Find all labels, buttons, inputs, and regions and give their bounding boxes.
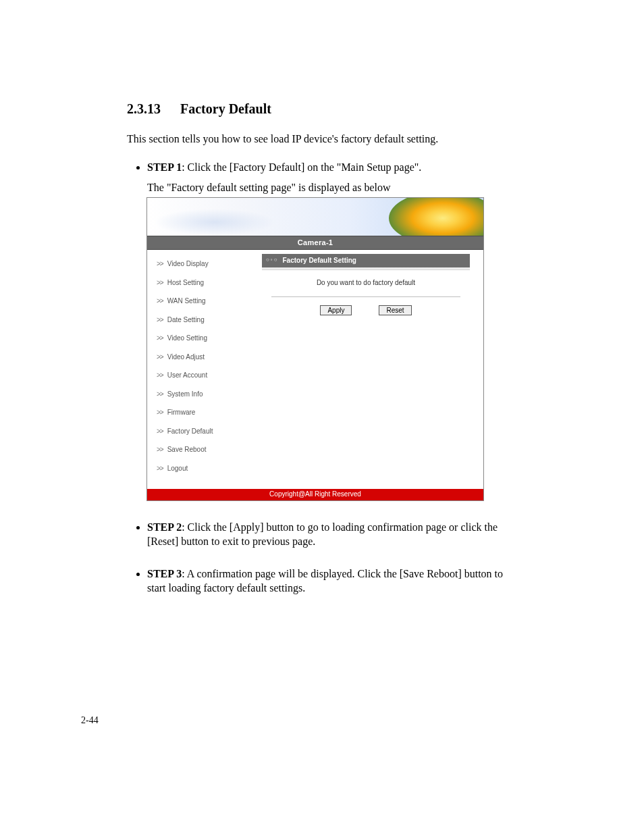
step-2-text: : Click the [Apply] button to go to load… <box>147 521 498 548</box>
panel-header: ○◦○ Factory Default Setting <box>262 254 470 267</box>
sidebar-item-user-account[interactable]: >>User Account <box>157 371 262 380</box>
sidebar-item-video-adjust[interactable]: >>Video Adjust <box>157 353 262 362</box>
reset-button[interactable]: Reset <box>379 305 411 315</box>
panel-title: Factory Default Setting <box>283 256 356 265</box>
horizontal-divider <box>271 296 460 297</box>
step-list: STEP 1: Click the [Factory Default] on t… <box>127 160 517 596</box>
copyright-footer: Copyright@All Right Reserved <box>147 489 483 500</box>
confirmation-prompt: Do you want to do factory default <box>269 278 463 288</box>
panel-body: Do you want to do factory default Apply … <box>262 270 470 324</box>
sidebar-item-save-reboot[interactable]: >>Save Reboot <box>157 445 262 454</box>
step-2-label: STEP 2 <box>147 521 182 533</box>
step-1-label: STEP 1 <box>147 161 182 173</box>
sidebar-item-label: Logout <box>167 465 188 472</box>
sidebar-item-label: WAN Setting <box>167 297 206 305</box>
sidebar-item-label: Factory Default <box>167 427 213 435</box>
sidebar-item-system-info[interactable]: >>System Info <box>157 390 262 399</box>
sidebar-item-video-setting[interactable]: >>Video Setting <box>157 334 262 343</box>
embedded-screenshot: Camera-1 >>Video Display >>Host Setting … <box>146 197 484 500</box>
section-heading: 2.3.13 Factory Default <box>127 101 517 117</box>
sidebar-item-label: User Account <box>167 371 207 379</box>
chevron-icon: >> <box>157 409 163 416</box>
sidebar-item-label: Firmware <box>167 409 196 416</box>
chevron-icon: >> <box>157 334 163 342</box>
sidebar-item-label: System Info <box>167 390 203 398</box>
step-1-text: : Click the [Factory Default] on the "Ma… <box>182 161 421 173</box>
section-number: 2.3.13 <box>127 101 161 117</box>
chevron-icon: >> <box>157 465 163 472</box>
screenshot-body: >>Video Display >>Host Setting >>WAN Set… <box>147 250 483 489</box>
camera-title-bar: Camera-1 <box>147 236 483 250</box>
chevron-icon: >> <box>157 260 163 267</box>
sidebar-item-label: Host Setting <box>167 279 204 286</box>
chevron-icon: >> <box>157 371 163 379</box>
chevron-icon: >> <box>157 427 163 435</box>
sidebar-item-date-setting[interactable]: >>Date Setting <box>157 315 262 325</box>
dots-icon: ○◦○ <box>266 257 279 264</box>
sidebar-item-label: Video Display <box>167 260 209 267</box>
sidebar-item-wan-setting[interactable]: >>WAN Setting <box>157 296 262 306</box>
step-1: STEP 1: Click the [Factory Default] on t… <box>147 160 517 501</box>
main-panel: ○◦○ Factory Default Setting Do you want … <box>262 250 483 489</box>
step-3-text: : A confirmation page will be displayed.… <box>147 568 503 594</box>
screenshot-banner-image <box>147 198 483 236</box>
chevron-icon: >> <box>157 446 163 453</box>
step-2: STEP 2: Click the [Apply] button to go t… <box>147 520 517 549</box>
sidebar-item-label: Date Setting <box>167 316 205 323</box>
step-3: STEP 3: A confirmation page will be disp… <box>147 567 517 596</box>
chevron-icon: >> <box>157 353 163 361</box>
sidebar-item-logout[interactable]: >>Logout <box>157 464 262 473</box>
step-1-subtext: The "Factory default setting page" is di… <box>147 180 517 195</box>
step-3-label: STEP 3 <box>147 568 182 579</box>
chevron-icon: >> <box>157 279 163 286</box>
chevron-icon: >> <box>157 316 163 323</box>
document-page: 2.3.13 Factory Default This section tell… <box>0 0 644 834</box>
sidebar-item-firmware[interactable]: >>Firmware <box>157 408 262 417</box>
sidebar-item-label: Video Setting <box>167 334 207 342</box>
sidebar-nav: >>Video Display >>Host Setting >>WAN Set… <box>147 250 262 489</box>
apply-button[interactable]: Apply <box>320 305 352 315</box>
sidebar-item-factory-default[interactable]: >>Factory Default <box>157 427 262 436</box>
button-row: Apply Reset <box>269 305 463 315</box>
page-number: 2-44 <box>81 715 99 726</box>
sidebar-item-label: Save Reboot <box>167 446 207 453</box>
chevron-icon: >> <box>157 390 163 398</box>
sidebar-item-label: Video Adjust <box>167 353 205 361</box>
section-title: Factory Default <box>180 101 271 116</box>
sidebar-item-video-display[interactable]: >>Video Display <box>157 259 262 269</box>
sidebar-item-host-setting[interactable]: >>Host Setting <box>157 278 262 288</box>
chevron-icon: >> <box>157 297 163 305</box>
intro-paragraph: This section tells you how to see load I… <box>127 133 517 145</box>
